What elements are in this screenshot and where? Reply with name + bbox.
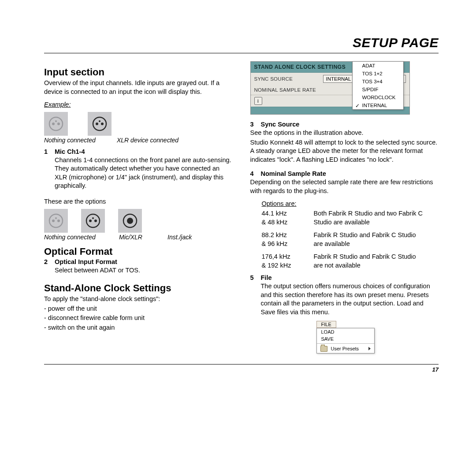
dropdown-option[interactable]: TOS 1+2 (353, 70, 403, 78)
file-button[interactable]: FILE (316, 321, 336, 328)
heading-input-section: Input section (44, 67, 233, 78)
right-column: STAND ALONE CLOCK SETTINGS SYNC SOURCE I… (250, 61, 439, 353)
item-1: 1 Mic Ch1-4 Channels 1-4 connections on … (44, 148, 233, 191)
sample-rate-label: NOMINAL SAMPLE RATE (254, 87, 320, 93)
item-2: 2 Optical Input Format Select between AD… (44, 258, 233, 276)
clock-intro: To apply the "stand-alone clock settings… (44, 295, 233, 304)
sync-p1: See the options in the illustration abov… (250, 129, 439, 138)
opt-desc: Both Fabrik R Studio and two Fabrik C (314, 209, 439, 218)
clock-step-1: - power off the unit (44, 305, 233, 313)
caption-nothing-2: Nothing connected (44, 234, 106, 241)
heading-clock-settings: Stand-Alone Clock Settings (44, 283, 233, 294)
these-options-label: These are the options (44, 197, 233, 206)
item-3-title: Sync Source (261, 121, 300, 128)
opt-rate: 176,4 kHz (262, 253, 301, 261)
xlr-idle-icon-2 (44, 209, 68, 233)
opt-rate: 88.2 kHz (262, 231, 301, 240)
opt-desc: Fabrik R Studio and Fabrik C Studio (314, 253, 439, 261)
inst-jack-icon (118, 209, 142, 233)
svg-point-10 (57, 219, 60, 222)
opt-desc: Fabrik R Studio and Fabrik C Studio (314, 231, 439, 240)
page-number: 17 (432, 366, 439, 373)
item-2-num: 2 (44, 258, 50, 276)
manual-page: SETUP PAGE Input section Overview of the… (0, 0, 476, 386)
page-footer: 17 (44, 364, 439, 373)
dropdown-option[interactable]: ADAT (353, 62, 403, 70)
item-5-num: 5 (250, 274, 257, 317)
item-4-title: Nominal Sample Rate (261, 170, 326, 177)
clock-step-2: - disconnect firewire cable form unit (44, 314, 233, 323)
item-5-title: File (261, 274, 272, 281)
caption-nothing: Nothing connected (44, 137, 106, 144)
item-2-title: Optical Input Format (55, 258, 117, 265)
svg-point-9 (52, 219, 55, 222)
chevron-right-icon (368, 347, 371, 350)
heading-optical-format: Optical Format (44, 246, 233, 257)
item-1-title: Mic Ch1-4 (55, 148, 85, 155)
item-1-text: Channels 1-4 connections on the front pa… (55, 156, 233, 190)
svg-point-7 (99, 120, 100, 122)
info-icon[interactable]: i (254, 97, 262, 105)
svg-point-6 (101, 123, 104, 125)
options-label: Options are: (262, 200, 439, 208)
opt-desc: are available (314, 240, 439, 249)
dropdown-option[interactable]: S/PDIF (353, 86, 403, 93)
left-column: Input section Overview of the input chan… (44, 61, 233, 353)
clock-settings-panel: STAND ALONE CLOCK SETTINGS SYNC SOURCE I… (250, 61, 410, 115)
dropdown-option[interactable]: WORDCLOCK (353, 93, 403, 101)
item-1-num: 1 (44, 148, 50, 191)
svg-point-15 (92, 217, 94, 219)
svg-point-11 (55, 217, 57, 219)
opt-rate: 44.1 kHz (262, 209, 301, 218)
option-icons (44, 209, 233, 233)
option-captions: Nothing connected Mic/XLR Inst./jack (44, 234, 233, 241)
caption-xlr: XLR device connected (117, 137, 183, 144)
sync-source-dropdown[interactable]: ADAT TOS 1+2 TOS 3+4 S/PDIF WORDCLOCK IN… (352, 61, 404, 110)
input-description: Overview of the input channels. Idle inp… (44, 79, 233, 96)
file-dropdown[interactable]: LOAD SAVE User Presets (316, 328, 375, 353)
svg-point-4 (93, 117, 106, 130)
opt-desc: are not available (314, 261, 439, 270)
sync-source-value: INTERNAL (326, 76, 351, 82)
dropdown-option[interactable]: TOS 3+4 (353, 78, 403, 86)
item-4: 4 Nominal Sample Rate (250, 170, 439, 177)
clock-step-3: - switch on the unit again (44, 324, 233, 332)
svg-point-14 (94, 219, 97, 222)
nsr-text: Depending on the selected sample rate th… (250, 178, 439, 195)
item-3-num: 3 (250, 121, 257, 128)
user-presets-item[interactable]: User Presets (317, 345, 374, 353)
item-5-text: The output section offers numerous choic… (261, 282, 439, 316)
xlr-connected-icon (88, 112, 112, 136)
svg-point-12 (86, 214, 100, 227)
svg-point-8 (49, 214, 63, 227)
folder-icon (320, 346, 327, 352)
svg-point-1 (52, 123, 55, 125)
svg-point-17 (127, 218, 133, 224)
item-4-num: 4 (250, 170, 257, 177)
svg-point-3 (55, 120, 57, 122)
opt-rate: & 192 kHz (262, 261, 301, 270)
sync-source-label: SYNC SOURCE (254, 76, 320, 82)
svg-point-5 (96, 123, 98, 125)
example-icons (44, 112, 233, 136)
svg-point-13 (89, 219, 92, 222)
item-5: 5 File The output section offers numerou… (250, 274, 439, 317)
dropdown-option-selected[interactable]: INTERNAL (353, 101, 403, 109)
example-captions: Nothing connected XLR device connected (44, 137, 233, 144)
content-columns: Input section Overview of the input chan… (44, 61, 439, 353)
sync-p2: Studio Konnekt 48 will attempt to lock t… (250, 138, 439, 164)
opt-desc: Studio are available (314, 218, 439, 227)
svg-point-0 (49, 117, 63, 130)
file-save[interactable]: SAVE (317, 335, 374, 342)
svg-point-2 (57, 123, 60, 125)
file-load[interactable]: LOAD (317, 328, 374, 335)
top-rule (44, 53, 439, 53)
mic-xlr-icon (81, 209, 105, 233)
xlr-idle-icon (44, 112, 68, 136)
opt-rate: & 96 kHz (262, 240, 301, 249)
item-2-text: Select between ADAT or TOS. (55, 266, 233, 275)
example-label: Example: (44, 100, 233, 109)
file-menu: FILE LOAD SAVE User Presets (316, 320, 439, 353)
user-presets-label: User Presets (331, 346, 359, 351)
caption-instjack: Inst./jack (167, 234, 198, 241)
